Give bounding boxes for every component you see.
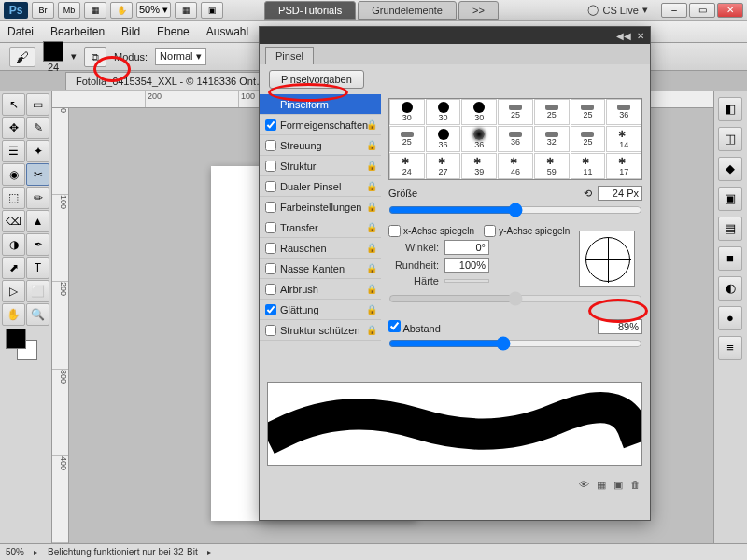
dock-icon[interactable]: ● [718,306,742,330]
brush-tip-cell[interactable]: ✱24 [389,153,425,179]
brush-tip-cell[interactable]: 25 [571,99,606,125]
tool-item[interactable]: ⬚ [2,187,25,209]
panel-icon[interactable]: 👁 [579,479,589,490]
brush-preview-swatch[interactable] [43,41,63,62]
dock-icon[interactable]: ◐ [718,276,742,301]
hand-icon[interactable]: ✋ [110,2,133,19]
dock-icon[interactable]: ▤ [718,217,742,241]
brush-tip-cell[interactable]: 32 [534,126,570,152]
angle-control[interactable] [579,231,635,287]
brush-tip-cell[interactable]: ✱46 [498,153,533,179]
minibridge-button[interactable]: Mb [58,2,80,19]
menu-bild[interactable]: Bild [121,25,140,38]
brush-presets-button[interactable]: Pinselvorgaben [269,70,364,89]
brush-option-row[interactable]: Airbrush🔒 [260,279,381,300]
tool-item[interactable]: ✒ [26,233,49,256]
brush-tip-cell[interactable]: 30 [461,99,497,125]
bridge-button[interactable]: Br [32,2,54,19]
dock-icon[interactable]: ▣ [718,187,742,211]
tool-item[interactable]: ✋ [2,303,25,326]
panel-collapse-icon[interactable]: ◀◀ [616,31,631,41]
brush-option-row[interactable]: Glättung🔒 [260,300,381,320]
tool-item[interactable]: ✏ [26,187,49,209]
view-icon[interactable]: ▦ [84,2,106,19]
panel-close-icon[interactable]: ✕ [637,31,644,41]
brush-tip-cell[interactable]: 30 [389,99,425,125]
tool-item[interactable]: ☰ [2,140,25,162]
brush-option-row[interactable]: Streuung🔒 [260,135,381,156]
window-minimize-button[interactable]: – [661,3,687,18]
tool-preset-icon[interactable]: 🖌 [9,47,35,67]
tool-item[interactable]: ⬜ [26,280,49,302]
zoom-select[interactable]: 50% ▾ [136,2,171,18]
view-extras-icon[interactable]: ▦ [175,2,197,19]
brush-size-dropdown-icon[interactable]: ▾ [71,50,77,63]
brush-tip-cell[interactable]: 25 [534,99,570,125]
menu-bearbeiten[interactable]: Bearbeiten [50,25,105,38]
brush-option-row[interactable]: Transfer🔒 [260,217,381,238]
brush-tip-cell[interactable]: 25 [389,126,425,152]
size-reset-icon[interactable]: ⟲ [584,188,592,200]
tool-item[interactable]: T [26,257,49,279]
window-maximize-button[interactable]: ▭ [689,3,715,18]
menu-auswahl[interactable]: Auswahl [206,25,248,38]
brush-tip-cell[interactable]: 36 [461,126,497,152]
size-input[interactable]: 24 Px [598,186,642,201]
brush-tip-cell[interactable]: ✱59 [534,153,570,179]
workspace-tab[interactable]: Grundelemente [358,1,457,20]
brush-tip-cell[interactable]: 25 [498,99,533,125]
tool-item[interactable]: ◑ [2,233,25,256]
brush-tip-cell[interactable]: 25 [571,126,606,152]
tool-item[interactable]: ▭ [26,93,49,116]
brush-tip-cell[interactable]: 30 [426,99,461,125]
tool-item[interactable]: ✎ [26,117,49,139]
panel-icon[interactable]: ▦ [597,479,606,491]
brush-option-row[interactable]: Pinselform [260,94,381,115]
status-zoom[interactable]: 50% [6,547,24,557]
spacing-slider[interactable] [388,336,642,351]
brush-panel-toggle[interactable]: ⧉ [84,47,106,67]
panel-header[interactable]: ◀◀ ✕ [260,27,650,44]
new-preset-icon[interactable]: ▣ [613,479,623,491]
dock-icon[interactable]: ◧ [718,97,742,121]
tool-item[interactable]: ✂ [26,163,49,186]
brush-option-row[interactable]: Dualer Pinsel🔒 [260,176,381,197]
document-tab[interactable]: Fotolia_6415354_XXL - © 1418336 Ont… [65,72,276,90]
fg-bg-swatch[interactable] [2,327,49,364]
brush-option-row[interactable]: Farbeinstellungen🔒 [260,197,381,217]
delete-icon[interactable]: 🗑 [630,479,641,490]
screen-mode-icon[interactable]: ▣ [201,2,223,19]
brush-tip-cell[interactable]: ✱17 [606,153,641,179]
flip-y-checkbox[interactable]: y-Achse spiegeln [484,225,570,237]
brush-tip-cell[interactable]: 36 [498,126,533,152]
brush-tip-cell[interactable]: 36 [606,99,641,125]
menu-ebene[interactable]: Ebene [157,25,190,38]
angle-input[interactable]: 0° [444,240,489,255]
brush-option-row[interactable]: Struktur🔒 [260,156,381,176]
brush-tip-cell[interactable]: ✱14 [606,126,641,152]
status-arrow-icon[interactable]: ▸ [34,547,38,557]
tool-item[interactable]: ✥ [2,117,25,139]
cslive-button[interactable]: ◯ CS Live ▾ [587,4,648,16]
spacing-checkbox[interactable]: Abstand [388,320,441,334]
dock-icon[interactable]: ≡ [718,336,742,360]
flip-x-checkbox[interactable]: x-Achse spiegeln [388,225,474,237]
roundness-input[interactable]: 100% [444,258,489,273]
size-slider[interactable] [388,203,642,217]
brush-option-row[interactable]: Nasse Kanten🔒 [260,259,381,279]
tool-item[interactable]: ⌫ [2,210,25,232]
window-close-button[interactable]: ✕ [717,3,743,18]
brush-option-row[interactable]: Formeigenschaften🔒 [260,115,381,135]
tool-item[interactable]: ▲ [26,210,49,232]
status-arrow-icon[interactable]: ▸ [207,547,212,557]
dock-icon[interactable]: ◫ [718,127,742,151]
brush-tip-cell[interactable]: 36 [426,126,461,152]
brush-tip-cell[interactable]: ✱39 [461,153,497,179]
tool-item[interactable]: ▷ [2,280,25,302]
tool-item[interactable]: ↖ [2,93,25,116]
blend-mode-select[interactable]: Normal ▾ [155,48,206,65]
dock-icon[interactable]: ◆ [718,157,742,181]
tool-item[interactable]: 🔍 [26,303,49,326]
tool-item[interactable]: ✦ [26,140,49,162]
brush-option-row[interactable]: Struktur schützen🔒 [260,320,381,341]
